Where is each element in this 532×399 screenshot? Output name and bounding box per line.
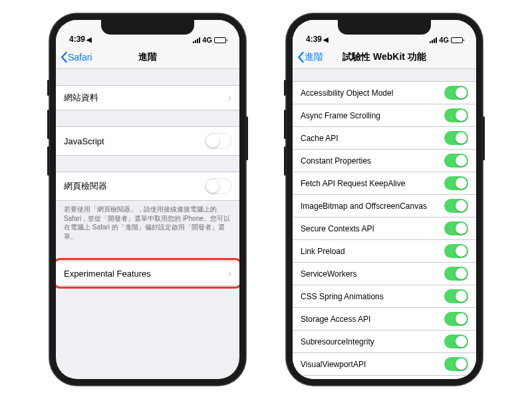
silent-switch bbox=[47, 80, 49, 96]
feature-row[interactable]: VisualViewportAPI bbox=[293, 353, 476, 376]
feature-toggle[interactable] bbox=[444, 86, 468, 100]
feature-label: Storage Access API bbox=[301, 315, 370, 324]
status-time: 4:39 bbox=[306, 35, 322, 44]
feature-label: Fetch API Request KeepAlive bbox=[301, 179, 405, 188]
feature-toggle[interactable] bbox=[444, 108, 468, 122]
toggle-javascript[interactable] bbox=[205, 133, 231, 149]
notch bbox=[338, 20, 431, 35]
silent-switch bbox=[284, 80, 286, 96]
inspector-hint: 若要使用「網頁檢閱器」，請使用接線連接電腦上的 Safari，並從「開發者」選單… bbox=[56, 201, 239, 245]
status-time: 4:39 bbox=[69, 35, 85, 44]
feature-row[interactable]: ImageBitmap and OffscreenCanvas bbox=[293, 195, 476, 217]
feature-label: ImageBitmap and OffscreenCanvas bbox=[301, 201, 427, 211]
row-javascript[interactable]: JavaScript bbox=[56, 126, 239, 156]
feature-label: Async Frame Scrolling bbox=[301, 111, 380, 120]
location-icon: ◀ bbox=[323, 36, 329, 43]
feature-label: Accessibility Object Model bbox=[301, 88, 393, 98]
feature-row[interactable]: ServiceWorkers bbox=[293, 263, 476, 285]
feature-row[interactable]: Link Preload bbox=[293, 240, 476, 263]
feature-row[interactable]: Cache API bbox=[293, 127, 476, 150]
feature-row[interactable]: Web Animations bbox=[293, 376, 476, 379]
notch bbox=[101, 20, 194, 35]
row-label: 網頁檢閱器 bbox=[64, 180, 107, 192]
feature-toggle[interactable] bbox=[444, 221, 468, 235]
feature-toggle[interactable] bbox=[444, 267, 468, 281]
feature-row[interactable]: Async Frame Scrolling bbox=[293, 104, 476, 127]
back-label: Safari bbox=[68, 52, 92, 63]
feature-toggle[interactable] bbox=[444, 357, 468, 371]
row-experimental-features[interactable]: Experimental Features › bbox=[56, 261, 239, 286]
location-icon: ◀ bbox=[86, 36, 92, 43]
row-web-inspector[interactable]: 網頁檢閱器 bbox=[56, 172, 239, 201]
feature-toggle[interactable] bbox=[444, 244, 468, 258]
back-button[interactable]: Safari bbox=[56, 51, 92, 63]
feature-row[interactable]: Storage Access API bbox=[293, 308, 476, 331]
phone-right: 4:39 ◀ 4G 進階 試驗性 WebKit 功能 Accessibility… bbox=[286, 13, 483, 386]
feature-toggle[interactable] bbox=[444, 334, 468, 348]
back-label: 進階 bbox=[305, 51, 323, 63]
navbar: Safari 進階 bbox=[56, 45, 239, 69]
navbar: 進階 試驗性 WebKit 功能 bbox=[293, 45, 476, 69]
chevron-left-icon bbox=[60, 51, 68, 63]
feature-label: VisualViewportAPI bbox=[301, 360, 366, 369]
features-content: Accessibility Object ModelAsync Frame Sc… bbox=[293, 69, 476, 379]
chevron-right-icon: › bbox=[228, 267, 231, 279]
row-website-data[interactable]: 網站資料 › bbox=[56, 85, 239, 110]
row-label: 網站資料 bbox=[64, 92, 98, 104]
back-button[interactable]: 進階 bbox=[293, 51, 323, 63]
volume-down bbox=[47, 146, 49, 176]
feature-toggle[interactable] bbox=[444, 131, 468, 145]
feature-label: Constant Properties bbox=[301, 156, 371, 166]
power-button bbox=[483, 116, 485, 160]
feature-row[interactable]: Constant Properties bbox=[293, 150, 476, 172]
feature-toggle[interactable] bbox=[444, 289, 468, 303]
feature-label: CSS Spring Animations bbox=[301, 292, 384, 301]
power-button bbox=[246, 116, 248, 160]
feature-label: ServiceWorkers bbox=[301, 269, 356, 279]
page-title: 進階 bbox=[138, 51, 157, 63]
volume-down bbox=[284, 146, 286, 176]
network-label: 4G bbox=[202, 36, 212, 44]
chevron-right-icon: › bbox=[228, 92, 231, 104]
volume-up bbox=[47, 110, 49, 139]
feature-toggle[interactable] bbox=[444, 199, 468, 213]
feature-label: SubresourceIntegrity bbox=[301, 337, 374, 346]
feature-row[interactable]: Accessibility Object Model bbox=[293, 81, 476, 104]
battery-icon bbox=[214, 37, 226, 43]
feature-row[interactable]: Secure Contexts API bbox=[293, 217, 476, 240]
feature-toggle[interactable] bbox=[444, 176, 468, 190]
feature-toggle[interactable] bbox=[444, 312, 468, 326]
row-label: JavaScript bbox=[64, 136, 104, 146]
settings-content: 網站資料 › JavaScript 網頁檢閱器 若要使用「網頁檢閱器」，請使用接… bbox=[56, 69, 239, 379]
feature-label: Secure Contexts API bbox=[301, 224, 374, 233]
feature-row[interactable]: CSS Spring Animations bbox=[293, 285, 476, 308]
feature-label: Cache API bbox=[301, 134, 338, 143]
row-label: Experimental Features bbox=[64, 269, 151, 279]
signal-icon bbox=[193, 37, 200, 43]
network-label: 4G bbox=[439, 36, 449, 44]
feature-label: Link Preload bbox=[301, 247, 345, 256]
chevron-left-icon bbox=[297, 51, 305, 63]
volume-up bbox=[284, 110, 286, 139]
feature-row[interactable]: SubresourceIntegrity bbox=[293, 331, 476, 353]
feature-row[interactable]: Fetch API Request KeepAlive bbox=[293, 172, 476, 195]
feature-toggle[interactable] bbox=[444, 154, 468, 168]
phone-left: 4:39 ◀ 4G Safari 進階 網站資料 › bbox=[49, 13, 246, 386]
signal-icon bbox=[430, 37, 437, 43]
page-title: 試驗性 WebKit 功能 bbox=[342, 51, 426, 63]
battery-icon bbox=[451, 37, 463, 43]
features-list: Accessibility Object ModelAsync Frame Sc… bbox=[293, 81, 476, 379]
toggle-web-inspector[interactable] bbox=[205, 178, 231, 194]
